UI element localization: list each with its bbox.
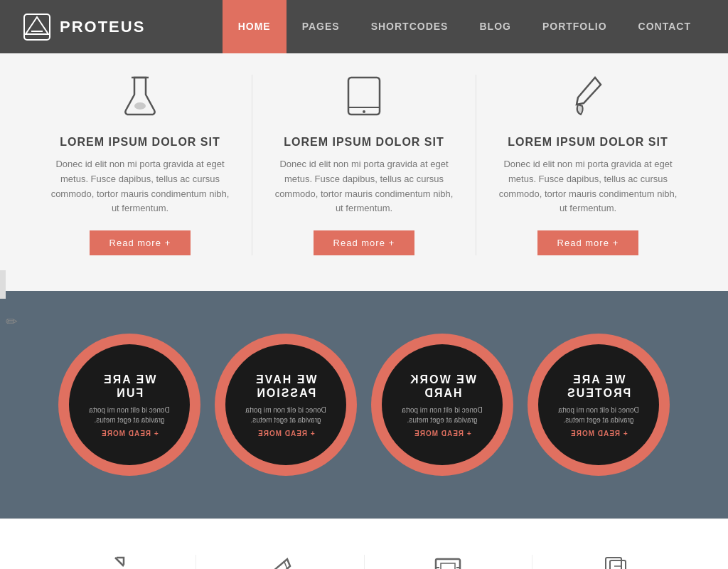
circle-title-4: WE AREPROTEUS <box>566 373 631 400</box>
svg-line-9 <box>115 558 124 566</box>
circle-read-more-1[interactable]: + READ MORE <box>101 430 159 437</box>
feature-col-3: LOREM IPSUM DOLOR SIT Donec id elit non … <box>476 75 700 255</box>
svg-rect-11 <box>436 559 460 569</box>
slider-icon <box>434 555 462 569</box>
bottom-col-3: AWSOME SLIDER Donec id elit non mi porta… <box>365 555 532 569</box>
circles-section: WE AREFUN Donec id elit non mi porta gra… <box>0 291 728 519</box>
logo-icon <box>21 11 53 43</box>
feature-title-1: LOREM IPSUM DOLOR SIT <box>60 136 220 149</box>
circle-title-3: WE WORKHARD <box>409 373 476 400</box>
nav-item-blog[interactable]: BLOG <box>464 0 526 53</box>
circle-item-1: WE AREFUN Donec id elit non mi porta gra… <box>58 334 200 476</box>
circle-text-2: Donec id elit non mi porta gravida at eg… <box>236 405 336 425</box>
svg-rect-13 <box>441 563 455 569</box>
nav-item-home[interactable]: HOME <box>223 0 287 53</box>
flask-icon <box>122 75 159 125</box>
bottom-col-2: UNLIMITED COLOURS Donec id elit non mi p… <box>196 555 364 569</box>
feature-title-3: LOREM IPSUM DOLOR SIT <box>508 136 668 149</box>
brush-icon <box>569 75 606 125</box>
bottom-col-4: WELL DOCUMENTED Donec id elit non mi por… <box>532 555 700 569</box>
circle-item-3: WE WORKHARD Donec id elit non mi porta g… <box>371 334 513 476</box>
documented-icon <box>601 555 630 569</box>
responsive-icon <box>98 555 127 569</box>
nav-links: HOME PAGES SHORTCODES BLOG PORTFOLIO CON… <box>223 0 707 53</box>
circle-outer-4: WE AREPROTEUS Donec id elit non mi porta… <box>528 334 670 476</box>
bottom-features-section: RESPONSIVE DESIGN Donec id elit non mi p… <box>0 519 728 569</box>
nav-item-pages[interactable]: PAGES <box>287 0 355 53</box>
nav-item-contact[interactable]: CONTACT <box>623 0 707 53</box>
circle-outer-2: WE HAVEPASSION Donec id elit non mi port… <box>215 334 357 476</box>
circle-text-1: Donec id elit non mi porta gravida at eg… <box>80 405 179 425</box>
svg-line-10 <box>284 562 287 569</box>
features-section: LOREM IPSUM DOLOR SIT Donec id elit non … <box>0 53 728 291</box>
circle-inner-4: WE AREPROTEUS Donec id elit non mi porta… <box>538 344 659 465</box>
feature-col-2: LOREM IPSUM DOLOR SIT Donec id elit non … <box>252 75 476 255</box>
nav-item-shortcodes[interactable]: SHORTCODES <box>355 0 464 53</box>
circle-item-2: WE HAVEPASSION Donec id elit non mi port… <box>215 334 357 476</box>
circle-text-4: Donec id elit non mi porta gravida at eg… <box>549 405 648 425</box>
circle-outer-3: WE WORKHARD Donec id elit non mi porta g… <box>371 334 513 476</box>
read-more-btn-1[interactable]: Read more + <box>90 230 191 255</box>
circle-item-4: WE AREPROTEUS Donec id elit non mi porta… <box>528 334 670 476</box>
nav-item-portfolio[interactable]: PORTFOLIO <box>527 0 623 53</box>
svg-point-7 <box>363 110 365 113</box>
circle-read-more-3[interactable]: + READ MORE <box>414 430 471 437</box>
tablet-icon <box>344 75 384 125</box>
svg-rect-16 <box>606 558 621 569</box>
sidebar-pencil-icon[interactable]: ✏ <box>6 313 18 330</box>
circle-read-more-2[interactable]: + READ MORE <box>257 430 315 437</box>
logo[interactable]: PROTEUS <box>21 11 223 43</box>
read-more-btn-3[interactable]: Read more + <box>537 230 639 255</box>
brand-name: PROTEUS <box>60 18 145 36</box>
circle-outer-1: WE AREFUN Donec id elit non mi porta gra… <box>58 334 200 476</box>
feature-title-2: LOREM IPSUM DOLOR SIT <box>284 136 444 149</box>
feature-col-1: LOREM IPSUM DOLOR SIT Donec id elit non … <box>28 75 252 255</box>
circle-title-1: WE AREFUN <box>102 373 156 400</box>
feature-text-3: Donec id elit non mi porta gravida at eg… <box>498 157 678 216</box>
circle-inner-1: WE AREFUN Donec id elit non mi porta gra… <box>69 344 190 465</box>
sidebar-hint <box>0 270 6 299</box>
navbar: PROTEUS HOME PAGES SHORTCODES BLOG PORTF… <box>0 0 728 53</box>
circle-inner-3: WE WORKHARD Donec id elit non mi porta g… <box>382 344 503 465</box>
bottom-col-1: RESPONSIVE DESIGN Donec id elit non mi p… <box>28 555 196 569</box>
read-more-btn-2[interactable]: Read more + <box>314 230 415 255</box>
colours-icon <box>266 555 294 569</box>
circle-read-more-4[interactable]: + READ MORE <box>570 430 628 437</box>
svg-point-4 <box>134 102 146 110</box>
feature-text-2: Donec id elit non mi porta gravida at eg… <box>274 157 454 216</box>
circle-text-3: Donec id elit non mi porta gravida at eg… <box>392 405 492 425</box>
circle-inner-2: WE HAVEPASSION Donec id elit non mi port… <box>225 344 346 465</box>
circle-title-2: WE HAVEPASSION <box>255 373 316 400</box>
feature-text-1: Donec id elit non mi porta gravida at eg… <box>50 157 230 216</box>
svg-rect-5 <box>348 78 380 115</box>
svg-rect-17 <box>610 560 626 569</box>
